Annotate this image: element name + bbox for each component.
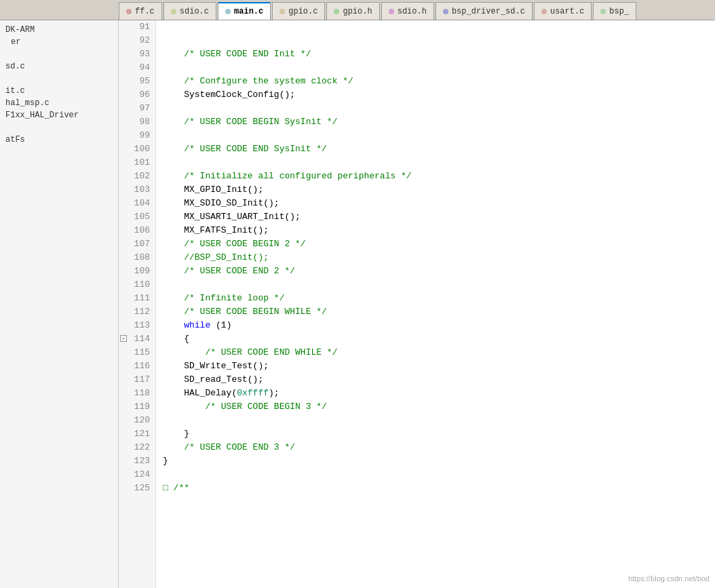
sidebar-item-hal-driver[interactable]: F1xx_HAL_Driver <box>0 109 118 121</box>
tab-usart-c[interactable]: usart.c <box>534 2 592 20</box>
tab-bsp-driver-sd-c[interactable]: bsp_driver_sd.c <box>436 2 533 20</box>
code-line <box>163 20 715 34</box>
code-line: } <box>163 427 715 441</box>
line-number: 100 <box>119 142 155 156</box>
line-numbers: 9192939495969798991001011021031041051061… <box>119 20 156 588</box>
tab-dot <box>389 9 394 14</box>
code-line <box>163 34 715 47</box>
line-number: 92 <box>119 34 155 47</box>
line-number: 95 <box>119 75 155 88</box>
code-line <box>163 414 715 427</box>
tab-bsp-c[interactable]: bsp_ <box>593 2 636 20</box>
line-number: 93 <box>119 47 155 61</box>
line-number: 118 <box>119 387 155 400</box>
line-number: 122 <box>119 441 155 454</box>
sidebar-item-sd-c[interactable]: sd.c <box>0 60 118 73</box>
code-line: while (1) <box>163 319 715 332</box>
line-number: 105 <box>119 210 155 224</box>
code-line: } <box>163 454 715 468</box>
line-number: 125 <box>119 482 155 495</box>
line-number: 91 <box>119 20 155 34</box>
code-line: /* USER CODE END 2 */ <box>163 264 715 278</box>
tab-dot <box>443 9 448 14</box>
code-line: SystemClock_Config(); <box>163 88 715 102</box>
line-number: 101 <box>119 156 155 170</box>
sidebar: DK-ARM er sd.c it.c hal_msp.c F1xx_HAL_D… <box>0 20 119 588</box>
line-number: 102 <box>119 170 155 183</box>
code-line: MX_SDIO_SD_Init(); <box>163 197 715 210</box>
tab-gpio-h[interactable]: gpio.h <box>326 2 379 20</box>
tab-dot <box>126 9 132 14</box>
code-line <box>163 278 715 292</box>
code-line: /* Initialize all configured peripherals… <box>163 170 715 183</box>
line-number: 123 <box>119 454 155 468</box>
code-line: /* Configure the system clock */ <box>163 75 715 88</box>
code-line: /* USER CODE END Init */ <box>163 47 715 61</box>
tab-main-c[interactable]: main.c <box>218 2 271 20</box>
line-number: 110 <box>119 278 155 292</box>
tab-dot <box>225 9 231 14</box>
line-number: 98 <box>119 115 155 129</box>
sidebar-item-fatfs[interactable]: atFs <box>0 134 118 146</box>
sidebar-item-er[interactable]: er <box>0 36 118 48</box>
line-number: 117 <box>119 373 155 387</box>
line-number: 115 <box>119 346 155 359</box>
line-number: -114 <box>119 332 155 346</box>
code-line: /* USER CODE BEGIN 3 */ <box>163 400 715 414</box>
code-line: /* USER CODE END SysInit */ <box>163 142 715 156</box>
code-line: //BSP_SD_Init(); <box>163 251 715 264</box>
code-line: { <box>163 332 715 346</box>
sidebar-item-blank2 <box>0 73 118 85</box>
watermark: https://blog.csdn.net/bod <box>628 574 710 583</box>
code-line <box>163 61 715 75</box>
line-number: 94 <box>119 61 155 75</box>
tab-dot <box>171 9 176 14</box>
tab-dot <box>279 9 285 14</box>
tab-dot <box>541 9 547 14</box>
code-line: /* USER CODE END 3 */ <box>163 441 715 454</box>
main-area: DK-ARM er sd.c it.c hal_msp.c F1xx_HAL_D… <box>0 20 715 588</box>
line-number: 99 <box>119 129 155 142</box>
line-number: 124 <box>119 468 155 482</box>
tab-bar: ff.c sdio.c main.c gpio.c gpio.h sdio.h … <box>0 0 715 20</box>
code-line: /* USER CODE BEGIN WHILE */ <box>163 305 715 319</box>
fold-marker[interactable]: - <box>120 335 127 342</box>
line-number: 119 <box>119 400 155 414</box>
line-number: 106 <box>119 224 155 237</box>
tab-ff-c[interactable]: ff.c <box>119 2 162 20</box>
line-number: 121 <box>119 427 155 441</box>
line-number: 109 <box>119 264 155 278</box>
sidebar-item-hal-msp[interactable]: hal_msp.c <box>0 97 118 109</box>
line-number: 103 <box>119 183 155 197</box>
code-line <box>163 468 715 482</box>
line-number: 112 <box>119 305 155 319</box>
code-line: /* USER CODE BEGIN 2 */ <box>163 237 715 251</box>
code-line: □ /** <box>163 482 715 495</box>
line-number: 104 <box>119 197 155 210</box>
tab-dot <box>334 9 339 14</box>
code-line <box>163 129 715 142</box>
line-number: 107 <box>119 237 155 251</box>
code-line: SD_Write_Test(); <box>163 359 715 373</box>
code-line <box>163 156 715 170</box>
code-line: MX_GPIO_Init(); <box>163 183 715 197</box>
line-number: 108 <box>119 251 155 264</box>
tab-sdio-h[interactable]: sdio.h <box>381 2 434 20</box>
sidebar-item-blank3 <box>0 121 118 134</box>
code-area[interactable]: 9192939495969798991001011021031041051061… <box>119 20 715 588</box>
code-line: MX_FATFS_Init(); <box>163 224 715 237</box>
line-number: 113 <box>119 319 155 332</box>
code-line: HAL_Delay(0xffff); <box>163 387 715 400</box>
sidebar-item-dk-arm[interactable]: DK-ARM <box>0 24 118 36</box>
line-number: 111 <box>119 292 155 305</box>
line-number: 96 <box>119 88 155 102</box>
tab-dot <box>600 9 606 14</box>
sidebar-item-it-c[interactable]: it.c <box>0 85 118 97</box>
tab-sdio-c[interactable]: sdio.c <box>163 2 216 20</box>
line-number: 120 <box>119 414 155 427</box>
code-line: MX_USART1_UART_Init(); <box>163 210 715 224</box>
tab-gpio-c[interactable]: gpio.c <box>272 2 325 20</box>
code-line: /* USER CODE END WHILE */ <box>163 346 715 359</box>
line-number: 97 <box>119 102 155 115</box>
line-number: 116 <box>119 359 155 373</box>
